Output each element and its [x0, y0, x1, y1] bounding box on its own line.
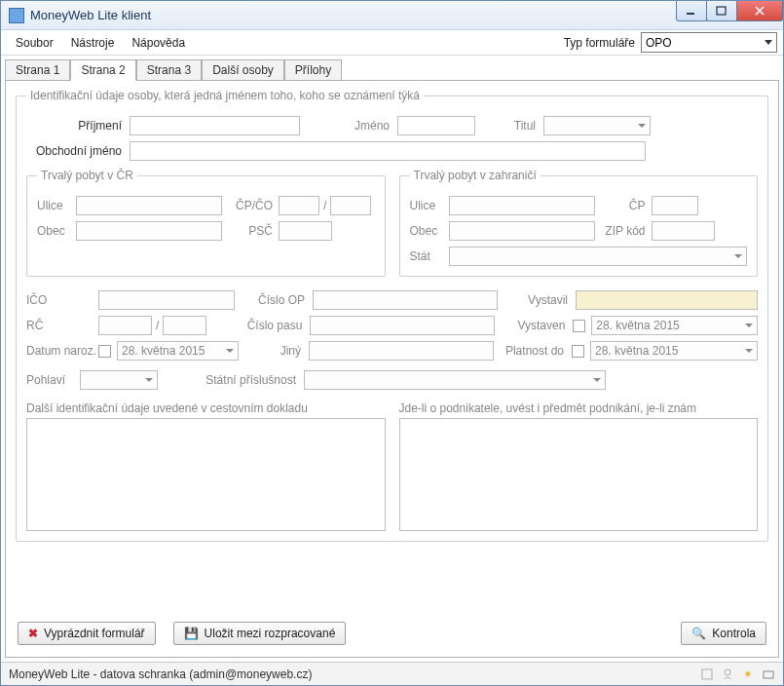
form-type-select[interactable]: OPO	[641, 32, 777, 53]
chevron-down-icon	[765, 40, 772, 45]
entrepreneur-textarea[interactable]	[399, 418, 759, 531]
status-text: MoneyWeb Lite - datova schranka (admin@m…	[9, 667, 312, 681]
issued-on-date[interactable]: 28. května 2015	[591, 316, 758, 335]
state-label: Stát	[410, 249, 449, 263]
obec-ab-label: Obec	[410, 224, 449, 238]
svg-rect-1	[717, 7, 726, 15]
other-label: Jiný	[239, 344, 309, 358]
chevron-down-icon	[734, 254, 742, 258]
op-input[interactable]	[313, 290, 498, 310]
dob-date[interactable]: 28. května 2015	[117, 341, 239, 361]
window-buttons	[677, 1, 783, 21]
valid-until-checkbox[interactable]	[572, 345, 584, 358]
form-type-label: Typ formuláře	[564, 36, 635, 50]
zip-label: ZIP kód	[595, 224, 652, 238]
cp-input[interactable]	[279, 196, 319, 215]
app-window: MoneyWeb Lite klient Soubor Nástroje Náp…	[0, 0, 784, 686]
titlebar: MoneyWeb Lite klient	[1, 1, 783, 30]
form-type-value: OPO	[646, 36, 672, 50]
gender-label: Pohlaví	[26, 373, 80, 387]
perm-cz-legend: Trvalý pobyt v ČR	[37, 169, 137, 182]
surname-input[interactable]	[130, 116, 300, 135]
save-draft-button[interactable]: 💾 Uložit mezi rozpracované	[173, 622, 347, 645]
issued-by-input[interactable]	[576, 290, 758, 310]
passport-label: Číslo pasu	[206, 319, 310, 332]
title-select[interactable]	[543, 116, 651, 135]
chevron-down-icon	[226, 349, 234, 353]
issued-on-label: Vystaven	[495, 319, 573, 332]
bottom-button-row: ✖ Vyprázdnit formulář 💾 Uložit mezi rozp…	[18, 622, 766, 645]
tab-prilohy[interactable]: Přílohy	[284, 59, 342, 81]
rc-input-2[interactable]	[163, 316, 206, 335]
issued-by-label: Vystavil	[498, 293, 576, 307]
dob-checkbox[interactable]	[98, 345, 111, 358]
chevron-down-icon	[145, 378, 153, 382]
status-icon-3[interactable]: ✴	[740, 667, 755, 681]
tab-strana-3[interactable]: Strana 3	[136, 59, 202, 81]
obec-cz-input[interactable]	[76, 221, 222, 241]
svg-point-3	[725, 669, 730, 675]
tab-strana-1[interactable]: Strana 1	[5, 59, 70, 81]
title-label: Titul	[475, 119, 543, 133]
surname-label: Příjmení	[26, 119, 130, 133]
clear-form-button[interactable]: ✖ Vyprázdnit formulář	[18, 622, 156, 645]
ico-label: IČO	[26, 293, 98, 307]
minimize-button[interactable]	[676, 1, 707, 21]
perm-abroad-group: Trvalý pobyt v zahraničí Ulice ČP Obec Z…	[399, 169, 759, 277]
op-label: Číslo OP	[235, 293, 313, 307]
valid-until-date[interactable]: 28. května 2015	[590, 341, 758, 361]
issued-on-checkbox[interactable]	[573, 320, 585, 332]
save-icon: 💾	[184, 627, 199, 640]
firstname-input[interactable]	[397, 116, 475, 135]
check-button[interactable]: 🔍 Kontrola	[681, 622, 766, 645]
chevron-down-icon	[745, 324, 753, 327]
passport-input[interactable]	[310, 316, 495, 335]
close-button[interactable]	[736, 1, 783, 21]
check-icon: 🔍	[691, 627, 706, 640]
menubar: Soubor Nástroje Nápověda Typ formuláře O…	[1, 30, 783, 56]
chevron-down-icon	[593, 378, 601, 382]
slash: /	[156, 319, 159, 332]
perm-abroad-legend: Trvalý pobyt v zahraničí	[410, 169, 541, 182]
svg-rect-4	[764, 671, 773, 678]
psc-label: PSČ	[222, 224, 279, 238]
street-ab-input[interactable]	[449, 196, 595, 215]
obec-ab-input[interactable]	[449, 221, 595, 241]
window-title: MoneyWeb Lite klient	[30, 8, 677, 22]
tab-content: Identifikační údaje osoby, která jedná j…	[5, 80, 779, 658]
other-id-label: Další identifikační údaje uvedené v cest…	[26, 401, 386, 415]
dob-label: Datum naroz.	[26, 344, 98, 358]
tab-bar: Strana 1 Strana 2 Strana 3 Další osoby P…	[1, 56, 783, 80]
rc-input-1[interactable]	[98, 316, 152, 335]
other-id-textarea[interactable]	[26, 418, 386, 531]
status-icon-4[interactable]	[761, 667, 775, 681]
other-input[interactable]	[309, 341, 494, 361]
identification-group: Identifikační údaje osoby, která jedná j…	[16, 89, 768, 542]
app-icon	[9, 8, 24, 23]
cpco-label: ČP/ČO	[222, 199, 279, 212]
slash: /	[323, 199, 326, 212]
maximize-button[interactable]	[706, 1, 737, 21]
gender-select[interactable]	[80, 370, 158, 390]
zip-input[interactable]	[652, 221, 715, 241]
tab-dalsi-osoby[interactable]: Další osoby	[202, 59, 284, 81]
menu-help[interactable]: Nápověda	[123, 32, 194, 54]
entrepreneur-label: Jde-li o podnikatele, uvést i předmět po…	[399, 401, 759, 415]
street-cz-input[interactable]	[76, 196, 222, 215]
menu-file[interactable]: Soubor	[7, 32, 62, 54]
co-input[interactable]	[330, 196, 371, 215]
cp-ab-label: ČP	[595, 199, 652, 212]
psc-input[interactable]	[279, 221, 332, 241]
status-icon-2[interactable]	[720, 667, 734, 681]
svg-rect-2	[702, 669, 712, 679]
menu-tools[interactable]: Nástroje	[62, 32, 124, 54]
tab-strana-2[interactable]: Strana 2	[70, 59, 135, 81]
street-ab-label: Ulice	[410, 199, 449, 212]
ico-input[interactable]	[98, 290, 235, 310]
status-icon-1[interactable]	[699, 667, 714, 681]
business-name-input[interactable]	[130, 141, 646, 161]
nationality-select[interactable]	[304, 370, 606, 390]
cp-ab-input[interactable]	[652, 196, 698, 215]
business-name-label: Obchodní jméno	[26, 144, 130, 158]
state-select[interactable]	[449, 247, 748, 266]
